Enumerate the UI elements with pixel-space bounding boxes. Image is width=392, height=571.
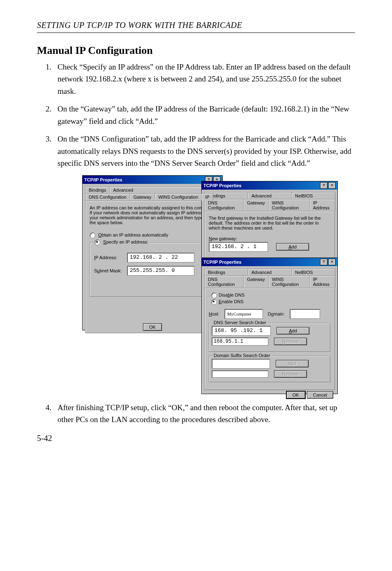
tab-wins[interactable]: WINS Configuration — [154, 193, 202, 201]
ok-button[interactable]: OK — [143, 323, 162, 331]
tab-advanced[interactable]: Advanced — [109, 186, 203, 193]
ip-desc-text: An IP address can be automatically assig… — [90, 205, 215, 225]
suffix-add-button[interactable]: Add — [276, 360, 309, 367]
ok-button[interactable]: OK — [286, 391, 306, 399]
step-3: On the “DNS Configuration” tab, add the … — [53, 133, 355, 169]
rule — [37, 32, 355, 33]
step-2: On the “Gateway” tab, add the IP address… — [53, 103, 355, 127]
cancel-button[interactable]: Cancel — [307, 391, 333, 399]
gateway-desc: The first gateway in the Installed Gatew… — [209, 216, 330, 230]
dns-server-list[interactable]: 168.95.1.1 — [212, 337, 268, 346]
tab-bindings[interactable]: Bindings — [204, 269, 248, 276]
tab-gateway[interactable]: Gateway — [130, 193, 155, 201]
radio-enable-dns[interactable] — [211, 299, 217, 305]
disable-dns-label: Disable DNS — [219, 292, 244, 297]
suffix-remove-button[interactable]: Remove — [274, 370, 307, 378]
tab-dns-config[interactable]: DNS Configuration — [85, 193, 130, 201]
radio-specify[interactable] — [95, 239, 100, 245]
tab-advanced[interactable]: Advanced — [248, 192, 292, 199]
radio-disable-dns[interactable] — [211, 292, 217, 298]
radio-obtain[interactable] — [90, 232, 95, 238]
domain-suffix-label: Domain Suffix Search Order — [212, 353, 271, 358]
section-title: Manual IP Configuration — [37, 44, 355, 57]
title-text: TCP/IP Properties — [84, 177, 122, 182]
host-label: Host: — [209, 311, 219, 316]
new-gateway-label: New gateway: — [209, 236, 330, 241]
dns-remove-button[interactable]: Remove — [274, 338, 307, 345]
enable-dns-label: Enable DNS — [219, 299, 244, 304]
subnet-mask-input[interactable]: 255.255.255. 0 — [127, 266, 194, 276]
running-head: SETTING UP TCP/IP TO WORK WITH THE BARRI… — [37, 21, 355, 30]
tab-ip-address-cut[interactable]: IP — [201, 193, 213, 201]
radio-specify-group: Specify an IP address: — [93, 239, 150, 245]
dns-add-button[interactable]: Add — [277, 327, 309, 334]
host-input[interactable]: MyComputer — [224, 309, 263, 319]
titlebar: TCP/IP Properties ? × — [202, 181, 337, 190]
dialog-dns: TCP/IP Properties ? × Bindings Advanced … — [201, 258, 338, 394]
ip-address-input[interactable]: 192.168. 2 . 22 — [127, 253, 194, 262]
title-text: TCP/IP Properties — [203, 260, 242, 265]
tab-dns-config[interactable]: DNS Configuration — [204, 199, 244, 211]
radio-specify-label: Specify an IP address: — [103, 239, 148, 244]
domain-input[interactable] — [290, 309, 320, 319]
tab-netbios[interactable]: NetBIOS — [291, 192, 335, 199]
screenshot: TCP/IP Properties ? × Bindings Advanced … — [82, 175, 337, 393]
tab-ip-address[interactable]: IP Address — [309, 276, 335, 288]
subnet-mask-label: Subnet Mask: — [94, 268, 127, 273]
tab-gateway[interactable]: Gateway — [243, 199, 268, 211]
tab-dns-config[interactable]: DNS Configuration — [204, 276, 244, 288]
domain-suffix-list[interactable] — [212, 370, 268, 378]
tab-advanced[interactable]: Advanced — [248, 269, 292, 276]
tab-gateway[interactable]: Gateway — [243, 276, 268, 288]
titlebar: TCP/IP Properties ? × — [202, 258, 337, 266]
close-icon[interactable]: × — [328, 259, 336, 265]
step-4: After finishing TCP/IP setup, click “OK,… — [53, 402, 355, 426]
dns-search-order-label: DNS Server Search Order — [212, 320, 267, 325]
radio-obtain-label: Obtain an IP address automatically — [98, 232, 168, 237]
step-1: Check “Specify an IP address” on the IP … — [53, 61, 355, 97]
tab-ip-address[interactable]: IP Address — [309, 199, 335, 211]
tab-bindings[interactable]: Bindings — [85, 186, 110, 193]
steps-list-continued: After finishing TCP/IP setup, click “OK,… — [53, 402, 355, 426]
tab-wins[interactable]: WINS Configuration — [268, 199, 310, 211]
help-icon[interactable]: ? — [320, 259, 327, 265]
dialog-gateway: TCP/IP Properties ? × Bindings Advanced … — [201, 181, 338, 258]
domain-suffix-input[interactable] — [212, 359, 270, 369]
title-text: TCP/IP Properties — [203, 183, 242, 188]
close-icon[interactable]: × — [328, 182, 336, 189]
dns-server-input[interactable]: 168. 95 .192. 1 — [212, 326, 271, 336]
help-icon[interactable]: ? — [320, 182, 327, 189]
tab-wins[interactable]: WINS Configuration — [268, 276, 310, 288]
page-number: 5-42 — [37, 434, 355, 443]
ip-address-label: IP Address: — [94, 255, 127, 260]
tab-netbios[interactable]: NetBIOS — [291, 269, 335, 276]
new-gateway-input[interactable]: 192.168. 2 . 1 — [209, 242, 268, 252]
add-button[interactable]: Add — [276, 243, 309, 251]
steps-list: Check “Specify an IP address” on the IP … — [53, 61, 355, 169]
domain-label: Domain: — [268, 311, 285, 316]
